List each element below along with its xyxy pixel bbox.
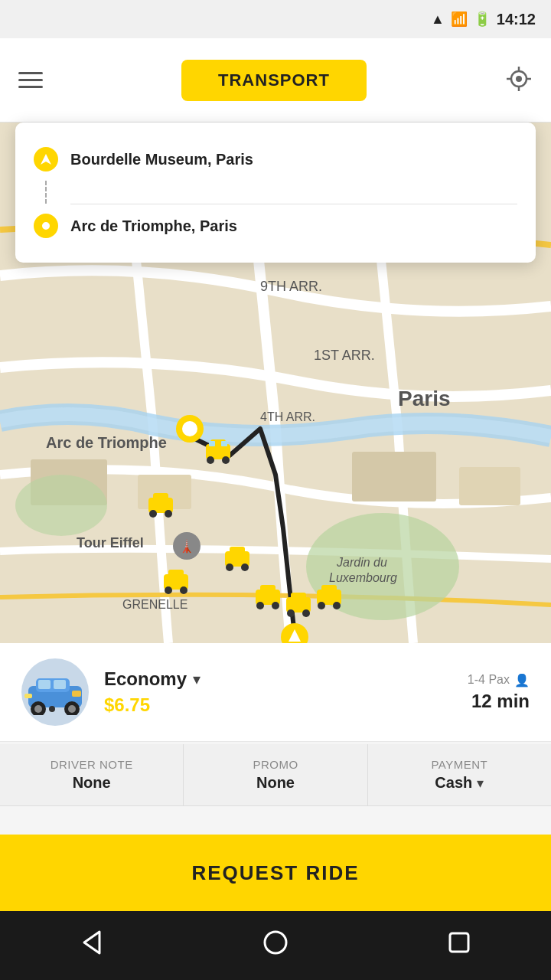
svg-rect-13: [352, 452, 436, 501]
svg-text:Paris: Paris: [398, 387, 451, 410]
svg-marker-89: [84, 932, 99, 953]
svg-point-45: [165, 586, 172, 594]
home-button[interactable]: [262, 929, 289, 962]
eta-text: 12 min: [471, 691, 530, 712]
svg-rect-48: [230, 547, 245, 554]
svg-point-85: [68, 705, 76, 713]
svg-point-53: [256, 602, 264, 609]
svg-rect-40: [153, 493, 168, 501]
options-panel: DRIVER NOTE None PROMO None PAYMENT Cash…: [0, 744, 551, 806]
wifi-icon: ▲: [431, 11, 445, 28]
svg-point-36: [222, 456, 230, 464]
svg-text:GRENELLE: GRENELLE: [122, 598, 187, 611]
svg-rect-38: [221, 441, 227, 446]
promo-label: PROMO: [253, 758, 298, 771]
svg-point-61: [318, 602, 325, 609]
svg-rect-14: [459, 467, 520, 505]
svg-text:Luxembourg: Luxembourg: [329, 571, 397, 584]
svg-point-16: [15, 475, 107, 536]
ride-type-label: Economy: [104, 668, 187, 690]
status-time: 14:12: [497, 11, 536, 28]
pax-row: 1-4 Pax 👤: [468, 673, 530, 688]
origin-dot: [34, 147, 58, 172]
svg-marker-77: [41, 154, 51, 165]
svg-text:Jardin du: Jardin du: [336, 556, 387, 569]
svg-point-54: [272, 602, 279, 609]
destination-row[interactable]: Arc de Triomphe, Paris: [34, 204, 517, 247]
svg-rect-87: [24, 694, 32, 698]
svg-point-88: [49, 706, 55, 712]
bottom-nav: [0, 911, 551, 980]
recents-button[interactable]: [445, 929, 473, 962]
payment-value-row: Cash ▾: [435, 774, 484, 792]
svg-rect-81: [54, 680, 66, 689]
svg-rect-86: [72, 691, 81, 697]
svg-point-46: [180, 586, 187, 594]
header: TRANSPORT: [0, 38, 551, 122]
svg-point-62: [333, 602, 341, 609]
svg-text:1ST ARR.: 1ST ARR.: [314, 348, 375, 363]
home-icon: [262, 929, 289, 956]
back-icon: [78, 929, 106, 956]
svg-point-1: [516, 76, 522, 82]
signal-icon: 📶: [451, 11, 468, 28]
svg-text:Arc de Triomphe: Arc de Triomphe: [46, 434, 167, 451]
location-button[interactable]: [505, 65, 533, 95]
ride-meta: 1-4 Pax 👤 12 min: [468, 673, 530, 712]
navigation-icon: [39, 152, 53, 166]
svg-point-49: [226, 564, 233, 571]
origin-text: Bourdelle Museum, Paris: [70, 151, 253, 168]
svg-text:9TH ARR.: 9TH ARR.: [260, 279, 322, 294]
car-image: [24, 669, 86, 715]
svg-text:🗼: 🗼: [179, 539, 194, 554]
car-avatar: [21, 658, 89, 726]
ride-details: Economy ▾ $6.75: [104, 668, 452, 716]
driver-note-option[interactable]: DRIVER NOTE None: [0, 744, 183, 805]
recents-icon: [445, 929, 473, 956]
promo-option[interactable]: PROMO None: [183, 744, 367, 805]
destination-dot: [34, 214, 58, 238]
svg-rect-60: [321, 585, 337, 593]
svg-text:4TH ARR.: 4TH ARR.: [260, 410, 315, 423]
ride-info-panel: Economy ▾ $6.75 1-4 Pax 👤 12 min: [0, 643, 551, 742]
svg-rect-56: [291, 593, 306, 600]
crosshair-icon: [505, 65, 533, 93]
payment-label: PAYMENT: [431, 758, 487, 771]
destination-text: Arc de Triomphe, Paris: [70, 217, 237, 235]
pax-text: 1-4 Pax: [468, 673, 510, 687]
payment-option[interactable]: PAYMENT Cash ▾: [367, 744, 551, 805]
svg-rect-80: [38, 680, 51, 689]
svg-point-50: [241, 564, 249, 571]
status-bar: ▲ 📶 🔋 14:12: [0, 0, 551, 38]
svg-point-58: [302, 609, 310, 617]
svg-point-41: [149, 510, 157, 518]
payment-chevron-icon: ▾: [477, 775, 484, 792]
payment-value: Cash: [435, 774, 472, 792]
ride-price: $6.75: [104, 694, 150, 715]
svg-point-35: [207, 456, 214, 464]
driver-note-label: DRIVER NOTE: [51, 758, 133, 771]
person-icon: 👤: [514, 673, 530, 688]
svg-text:Tour Eiffel: Tour Eiffel: [77, 535, 144, 550]
transport-button[interactable]: TRANSPORT: [181, 60, 367, 101]
svg-point-90: [265, 932, 286, 953]
promo-value: None: [256, 774, 295, 792]
ride-type-row[interactable]: Economy ▾: [104, 668, 452, 690]
svg-point-57: [287, 609, 295, 617]
search-panel: Bourdelle Museum, Paris Arc de Triomphe,…: [15, 122, 536, 263]
battery-icon: 🔋: [474, 11, 491, 28]
svg-rect-91: [450, 933, 468, 952]
svg-point-72: [182, 421, 197, 436]
back-button[interactable]: [78, 929, 106, 962]
origin-row[interactable]: Bourdelle Museum, Paris: [34, 138, 517, 181]
chevron-down-icon: ▾: [193, 670, 201, 688]
svg-point-83: [34, 705, 42, 713]
svg-rect-44: [168, 570, 184, 577]
route-connector: [45, 181, 47, 204]
svg-point-42: [165, 510, 172, 518]
svg-rect-37: [209, 441, 215, 446]
driver-note-value: None: [73, 774, 111, 792]
svg-rect-52: [260, 585, 276, 593]
menu-button[interactable]: [18, 72, 43, 88]
request-ride-button[interactable]: REQUEST RIDE: [0, 835, 551, 911]
